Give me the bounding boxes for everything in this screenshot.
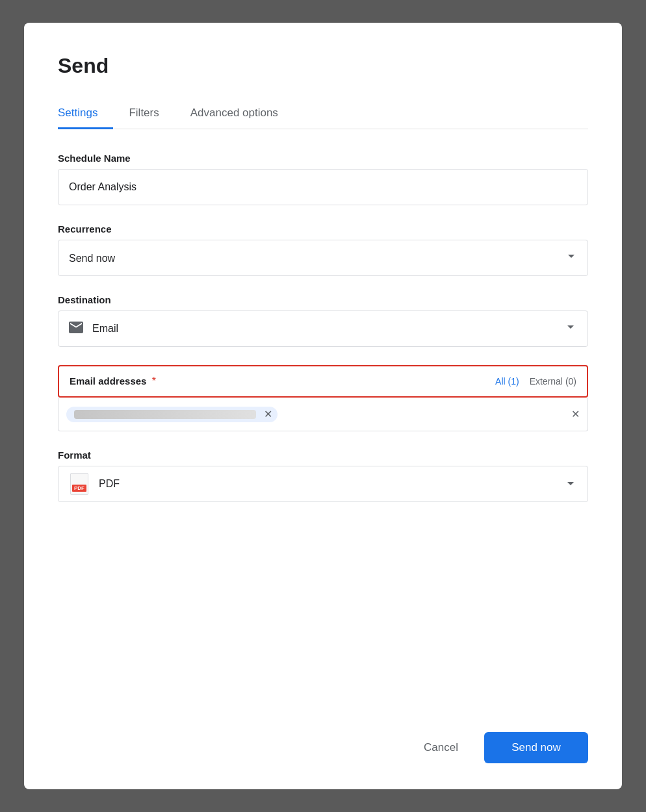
clear-email-input-button[interactable]: ✕ [571, 409, 580, 420]
dialog-footer: Cancel Send now [58, 711, 588, 763]
destination-chevron-icon [564, 321, 577, 336]
email-tag-text [74, 410, 256, 419]
tab-advanced-options[interactable]: Advanced options [175, 99, 294, 129]
send-dialog: Send Settings Filters Advanced options S… [24, 23, 622, 789]
destination-label: Destination [58, 294, 588, 305]
footer-spacer [58, 520, 588, 711]
recurrence-label: Recurrence [58, 223, 588, 235]
recurrence-select[interactable]: Send now Daily Weekly Monthly [58, 240, 588, 276]
destination-value: Email [92, 323, 564, 335]
remove-email-tag-button[interactable]: ✕ [264, 409, 272, 420]
email-addresses-section: Email addresses * All (1) External (0) ✕… [58, 365, 588, 450]
format-value: PDF [99, 478, 120, 490]
email-counts: All (1) External (0) [495, 376, 576, 387]
email-addresses-header: Email addresses * All (1) External (0) [58, 365, 588, 398]
send-now-button[interactable]: Send now [484, 732, 588, 763]
required-indicator: * [152, 375, 156, 387]
tabs-container: Settings Filters Advanced options [58, 99, 588, 129]
pdf-badge: PDF [72, 485, 86, 492]
dialog-title: Send [58, 54, 588, 78]
tab-settings[interactable]: Settings [58, 99, 113, 129]
external-count-label: External (0) [530, 376, 576, 387]
format-select-wrapper: PDF PDF [58, 466, 588, 502]
destination-group: Destination Email [58, 294, 588, 347]
email-icon [69, 322, 83, 336]
format-label: Format [58, 450, 588, 461]
destination-select[interactable]: Email [58, 311, 588, 347]
pdf-icon: PDF [69, 472, 90, 496]
email-input-empty-area: ✕ [283, 409, 580, 420]
email-tag: ✕ [66, 407, 278, 422]
format-chevron-icon [564, 477, 577, 490]
format-select[interactable]: PDF PDF [58, 466, 588, 502]
recurrence-select-wrapper: Send now Daily Weekly Monthly [58, 240, 588, 276]
schedule-name-group: Schedule Name [58, 153, 588, 205]
cancel-button[interactable]: Cancel [408, 733, 474, 762]
pdf-icon-bg: PDF [70, 473, 88, 495]
recurrence-group: Recurrence Send now Daily Weekly Monthly [58, 223, 588, 276]
schedule-name-label: Schedule Name [58, 153, 588, 164]
tab-filters[interactable]: Filters [113, 99, 174, 129]
email-addresses-label-row: Email addresses * [70, 375, 156, 387]
format-group: Format PDF PDF [58, 450, 588, 502]
email-tags-row[interactable]: ✕ ✕ [58, 398, 588, 431]
email-addresses-label: Email addresses [70, 375, 146, 387]
schedule-name-input[interactable] [58, 169, 588, 205]
all-count-label[interactable]: All (1) [495, 376, 519, 387]
